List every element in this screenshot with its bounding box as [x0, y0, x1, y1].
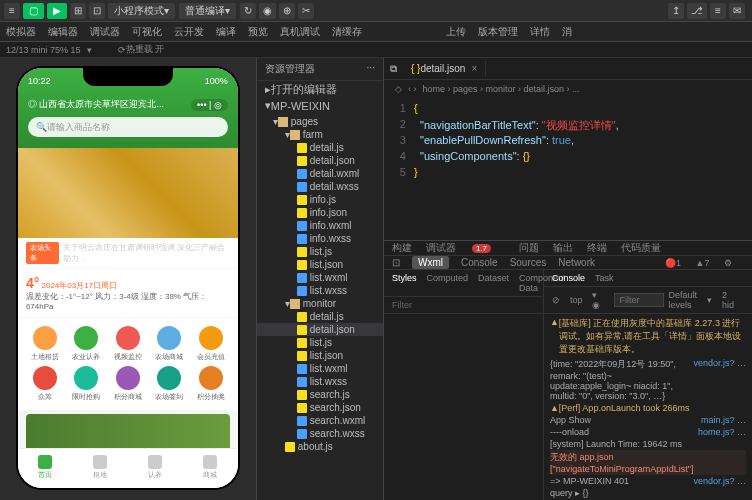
capsule-menu[interactable]: ••• | ◎: [191, 99, 228, 111]
eye-icon[interactable]: ◉: [259, 3, 276, 19]
sub-wxml[interactable]: Wxml: [412, 256, 449, 269]
dtab-output[interactable]: 输出: [553, 241, 573, 255]
sub-network[interactable]: Network: [558, 257, 595, 268]
vcs-icon[interactable]: ⎇: [687, 3, 707, 19]
nav-item[interactable]: 认养: [128, 449, 183, 488]
location-text[interactable]: ◎ 山西省太原市尖草坪区迎宾北...: [28, 98, 164, 111]
file-detail.js[interactable]: detail.js: [257, 141, 383, 154]
banner-image[interactable]: [18, 148, 238, 238]
open-editors-section[interactable]: ▸ 打开的编辑器: [257, 81, 383, 98]
file-list.wxml[interactable]: list.wxml: [257, 362, 383, 375]
project-button[interactable]: ▢: [23, 3, 44, 19]
file-monitor[interactable]: ▾ monitor: [257, 297, 383, 310]
task-tab[interactable]: Task: [595, 273, 614, 283]
action-clear[interactable]: 清缓存: [332, 25, 362, 39]
file-list.json[interactable]: list.json: [257, 258, 383, 271]
file-detail.js[interactable]: detail.js: [257, 310, 383, 323]
tab-editor[interactable]: 编辑器: [48, 25, 78, 39]
action-preview[interactable]: 预览: [248, 25, 268, 39]
refresh-icon[interactable]: ↻: [240, 3, 256, 19]
promo-image[interactable]: [26, 414, 230, 448]
tab-visual[interactable]: 可视化: [132, 25, 162, 39]
file-search.wxss[interactable]: search.wxss: [257, 427, 383, 440]
file-detail.json[interactable]: detail.json: [257, 323, 383, 336]
file-info.wxss[interactable]: info.wxss: [257, 232, 383, 245]
clear-console-icon[interactable]: ⊘: [552, 295, 560, 305]
levels-select[interactable]: Default levels: [668, 290, 697, 310]
root-folder[interactable]: ▾ MP-WEIXIN: [257, 98, 383, 113]
search-input[interactable]: 🔍 请输入商品名称: [28, 117, 228, 137]
bookmark-icon[interactable]: ◇: [395, 84, 402, 94]
file-search.wxml[interactable]: search.wxml: [257, 414, 383, 427]
compile-select[interactable]: 普通编译 ▾: [179, 3, 236, 19]
context-select[interactable]: top: [570, 295, 583, 305]
file-list.wxss[interactable]: list.wxss: [257, 375, 383, 388]
dtab-terminal[interactable]: 终端: [587, 241, 607, 255]
nav-item[interactable]: 商城: [183, 449, 238, 488]
grid-item[interactable]: 农业认养: [67, 326, 105, 362]
sub-console[interactable]: Console: [461, 257, 498, 268]
style-filter[interactable]: Filter: [384, 297, 543, 314]
editor-tab[interactable]: { } detail.json×: [403, 61, 486, 76]
styles-tab[interactable]: Styles: [392, 273, 417, 293]
tool-button-2[interactable]: ⊡: [89, 3, 105, 19]
file-list.wxml[interactable]: list.wxml: [257, 271, 383, 284]
menu-button[interactable]: ≡: [4, 3, 20, 19]
close-tab-icon[interactable]: ×: [471, 63, 477, 74]
file-detail.wxml[interactable]: detail.wxml: [257, 167, 383, 180]
msg-icon[interactable]: ✉: [729, 3, 745, 19]
console-tab[interactable]: Console: [552, 273, 585, 283]
computed-tab[interactable]: Computed: [426, 273, 468, 293]
copy-icon[interactable]: ⧉: [390, 63, 397, 75]
dataset-tab[interactable]: Dataset: [478, 273, 509, 293]
file-info.wxml[interactable]: info.wxml: [257, 219, 383, 232]
grid-item[interactable]: 会员充值: [192, 326, 230, 362]
grid-item[interactable]: 农场商城: [151, 326, 189, 362]
file-search.json[interactable]: search.json: [257, 401, 383, 414]
explorer-more-icon[interactable]: ···: [367, 62, 375, 76]
file-search.js[interactable]: search.js: [257, 388, 383, 401]
tab-simulator[interactable]: 模拟器: [6, 25, 36, 39]
error-count[interactable]: 🔴1 ▲7 ⚙: [665, 258, 732, 268]
grid-item[interactable]: 土地租赁: [26, 326, 64, 362]
action-version[interactable]: 版本管理: [478, 25, 518, 39]
file-info.json[interactable]: info.json: [257, 206, 383, 219]
grid-item[interactable]: 视频监控: [109, 326, 147, 362]
action-compile[interactable]: 编译: [216, 25, 236, 39]
code-editor[interactable]: 12345 { "navigationBarTitleText": "视频监控详…: [384, 98, 752, 240]
grid-item[interactable]: 限时抢购: [67, 366, 105, 402]
file-detail.wxss[interactable]: detail.wxss: [257, 180, 383, 193]
upload-icon[interactable]: ↥: [668, 3, 684, 19]
dtab-debugger[interactable]: 调试器1.7: [426, 241, 505, 255]
tab-cloud[interactable]: 云开发: [174, 25, 204, 39]
grid-item[interactable]: 农场签到: [151, 366, 189, 402]
action-debug[interactable]: 真机调试: [280, 25, 320, 39]
tab-debugger[interactable]: 调试器: [90, 25, 120, 39]
file-info.js[interactable]: info.js: [257, 193, 383, 206]
detail-icon[interactable]: ≡: [710, 3, 726, 19]
dtab-quality[interactable]: 代码质量: [621, 241, 661, 255]
nav-item[interactable]: 租地: [73, 449, 128, 488]
nav-item[interactable]: 首页: [18, 449, 73, 488]
file-list.js[interactable]: list.js: [257, 245, 383, 258]
dtab-build[interactable]: 构建: [392, 241, 412, 255]
mode-select[interactable]: 小程序模式 ▾: [108, 3, 175, 19]
file-detail.json[interactable]: detail.json: [257, 154, 383, 167]
bug-icon[interactable]: ⊕: [279, 3, 295, 19]
file-list.wxss[interactable]: list.wxss: [257, 284, 383, 297]
news-bar[interactable]: 农场头条关于明云农庄在甘肃调研时强调 深化三产融合 助力...: [18, 238, 238, 268]
dtab-issues[interactable]: 问题: [519, 241, 539, 255]
file-farm[interactable]: ▾ farm: [257, 128, 383, 141]
grid-item[interactable]: 众筹: [26, 366, 64, 402]
cut-icon[interactable]: ✂: [298, 3, 314, 19]
breadcrumb[interactable]: ◇‹ › home › pages › monitor › detail.jso…: [384, 80, 752, 98]
sub-sources[interactable]: Sources: [510, 257, 547, 268]
console-filter[interactable]: [614, 293, 664, 307]
inspect-icon[interactable]: ⊡: [392, 257, 400, 268]
grid-item[interactable]: 积分商城: [109, 366, 147, 402]
file-list.js[interactable]: list.js: [257, 336, 383, 349]
run-button[interactable]: ▶: [47, 3, 67, 19]
tool-button[interactable]: ⊞: [70, 3, 86, 19]
action-upload[interactable]: 上传: [446, 25, 466, 39]
action-detail[interactable]: 详情: [530, 25, 550, 39]
